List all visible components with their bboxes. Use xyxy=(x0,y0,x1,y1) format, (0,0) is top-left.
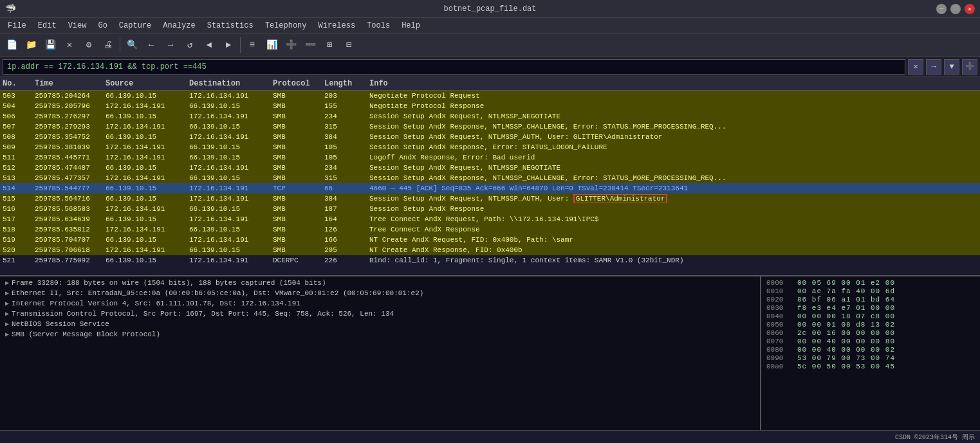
menu-item-tools[interactable]: Tools xyxy=(362,20,395,32)
cell: 259785.634639 xyxy=(32,215,103,224)
cell: SMB xyxy=(270,204,322,213)
toolbar-back-icon[interactable]: ← xyxy=(142,36,160,54)
expand-arrow: ▶ xyxy=(5,289,9,297)
cell: NT Create AndX Request, FID: 0x400b, Pat… xyxy=(367,235,980,244)
menu-item-wireless[interactable]: Wireless xyxy=(313,20,361,32)
table-row[interactable]: 514259785.54477766.139.10.15172.16.134.1… xyxy=(0,183,980,194)
cell: 66.139.10.15 xyxy=(103,163,187,172)
cell: 234 xyxy=(322,112,367,121)
table-row[interactable]: 521259785.77509266.139.10.15172.16.134.1… xyxy=(0,255,980,266)
cell: Session Setup AndX Response xyxy=(367,204,980,213)
cell: SMB xyxy=(270,194,322,203)
menu-item-edit[interactable]: Edit xyxy=(33,20,62,32)
cell: TCP xyxy=(270,184,322,193)
cell: 507 xyxy=(0,122,32,131)
toolbar-settings-icon[interactable]: ⚙ xyxy=(80,36,98,54)
cell: 205 xyxy=(322,246,367,255)
table-row[interactable]: 518259785.635812172.16.134.19166.139.10.… xyxy=(0,224,980,235)
toolbar-open-icon[interactable]: 📁 xyxy=(22,36,40,54)
menu-item-statistics[interactable]: Statistics xyxy=(202,20,259,32)
cell: 521 xyxy=(0,256,32,265)
table-row[interactable]: 520259785.706618172.16.134.19166.139.10.… xyxy=(0,245,980,255)
toolbar-minus-icon[interactable]: ➖ xyxy=(301,36,319,54)
table-row[interactable]: 517259785.63463966.139.10.15172.16.134.1… xyxy=(0,214,980,224)
table-row[interactable]: 516259785.568583172.16.134.19166.139.10.… xyxy=(0,204,980,214)
menu-item-view[interactable]: View xyxy=(63,20,92,32)
cell: 384 xyxy=(322,132,367,141)
table-row[interactable]: 515259785.56471666.139.10.15172.16.134.1… xyxy=(0,194,980,204)
cell: 172.16.134.191 xyxy=(187,194,270,203)
menu-item-telephony[interactable]: Telephony xyxy=(260,20,312,32)
toolbar-next-icon[interactable]: ► xyxy=(219,36,237,54)
table-row[interactable]: 519259785.70470766.139.10.15172.16.134.1… xyxy=(0,235,980,245)
cell: 517 xyxy=(0,215,32,224)
hex-row: 001000 ae 7a fa 40 00 6d xyxy=(766,287,975,295)
cell: 259785.775092 xyxy=(32,256,103,265)
cell: 172.16.134.191 xyxy=(187,132,270,141)
toolbar-forward-icon[interactable]: → xyxy=(162,36,180,54)
menu-item-capture[interactable]: Capture xyxy=(114,20,156,32)
detail-item[interactable]: ▶Ethernet II, Src: EntradaN_05:ce:0a (00… xyxy=(0,288,760,298)
cell: 203 xyxy=(322,91,367,100)
filter-clear-button[interactable]: ✕ xyxy=(908,59,923,75)
table-row[interactable]: 513259785.477357172.16.134.19166.139.10.… xyxy=(0,173,980,183)
menu-item-analyze[interactable]: Analyze xyxy=(158,20,200,32)
cell: 105 xyxy=(322,153,367,162)
toolbar-more-icon[interactable]: ⊞ xyxy=(320,36,338,54)
table-row[interactable]: 511259785.445771172.16.134.19166.139.10.… xyxy=(0,152,980,163)
filter-input[interactable] xyxy=(3,59,905,75)
minimize-button[interactable]: — xyxy=(936,4,947,14)
toolbar-chart-icon[interactable]: 📊 xyxy=(263,36,281,54)
toolbar-separator-1 xyxy=(120,37,120,53)
hex-bytes: 5c 00 50 00 53 00 45 xyxy=(797,363,975,370)
cell: 514 xyxy=(0,184,32,193)
main-content: No. Time Source Destination Protocol Len… xyxy=(0,77,980,443)
detail-item[interactable]: ▶Frame 33280: 188 bytes on wire (1504 bi… xyxy=(0,278,760,288)
table-row[interactable]: 508259785.35475266.139.10.15172.16.134.1… xyxy=(0,132,980,142)
hex-addr: 00a0 xyxy=(766,363,792,370)
table-row[interactable]: 512259785.47448766.139.10.15172.16.134.1… xyxy=(0,163,980,173)
menu-item-help[interactable]: Help xyxy=(396,20,425,32)
hex-addr: 0040 xyxy=(766,312,792,320)
cell: 172.16.134.191 xyxy=(103,225,187,234)
toolbar-grid-icon[interactable]: ⊟ xyxy=(340,36,358,54)
toolbar-prev-icon[interactable]: ◄ xyxy=(200,36,218,54)
col-info: Info xyxy=(367,78,980,89)
filter-apply-button[interactable]: → xyxy=(926,59,941,75)
toolbar-list-icon[interactable]: ≡ xyxy=(243,36,261,54)
table-row[interactable]: 506259785.27629766.139.10.15172.16.134.1… xyxy=(0,111,980,122)
table-row[interactable]: 504259785.205796172.16.134.19166.139.10.… xyxy=(0,101,980,111)
cell: 66.139.10.15 xyxy=(103,112,187,121)
detail-item[interactable]: ▶Transmission Control Protocol, Src Port… xyxy=(0,309,760,319)
toolbar-save-icon[interactable]: 💾 xyxy=(41,36,59,54)
cell: 166 xyxy=(322,235,367,244)
table-row[interactable]: 509259785.381039172.16.134.19166.139.10.… xyxy=(0,142,980,152)
toolbar-close-icon[interactable]: ✕ xyxy=(60,36,79,54)
toolbar-add-icon[interactable]: ➕ xyxy=(282,36,300,54)
hex-bytes: 00 ae 7a fa 40 00 6d xyxy=(797,287,975,295)
toolbar-print-icon[interactable]: 🖨 xyxy=(99,36,117,54)
close-button[interactable]: ✕ xyxy=(965,4,975,14)
toolbar-file-icon[interactable]: 📄 xyxy=(3,36,21,54)
cell: 66.139.10.15 xyxy=(187,204,270,213)
detail-text: Internet Protocol Version 4, Src: 61.111… xyxy=(12,300,300,307)
cell: 259785.635812 xyxy=(32,225,103,234)
table-row[interactable]: 503259785.20426466.139.10.15172.16.134.1… xyxy=(0,91,980,101)
table-row[interactable]: 507259785.279293172.16.134.19166.139.10.… xyxy=(0,122,980,132)
toolbar-reload-icon[interactable]: ↺ xyxy=(181,36,199,54)
menu-item-file[interactable]: File xyxy=(3,20,32,32)
cell: SMB xyxy=(270,132,322,141)
filter-dropdown-button[interactable]: ▼ xyxy=(944,59,959,75)
hex-row: 009053 00 79 00 73 00 74 xyxy=(766,354,975,362)
maximize-button[interactable]: □ xyxy=(950,4,961,14)
filter-add-button[interactable]: ➕ xyxy=(962,59,977,75)
detail-item[interactable]: ▶SMB (Server Message Block Protocol) xyxy=(0,329,760,339)
cell: 155 xyxy=(322,102,367,111)
menu-item-go[interactable]: Go xyxy=(93,20,112,32)
filter-bar: ✕ → ▼ ➕ xyxy=(0,57,980,77)
cell: 504 xyxy=(0,102,32,111)
detail-item[interactable]: ▶NetBIOS Session Service xyxy=(0,319,760,329)
cell: 66.139.10.15 xyxy=(103,132,187,141)
detail-item[interactable]: ▶Internet Protocol Version 4, Src: 61.11… xyxy=(0,298,760,309)
toolbar-search-icon[interactable]: 🔍 xyxy=(123,36,141,54)
